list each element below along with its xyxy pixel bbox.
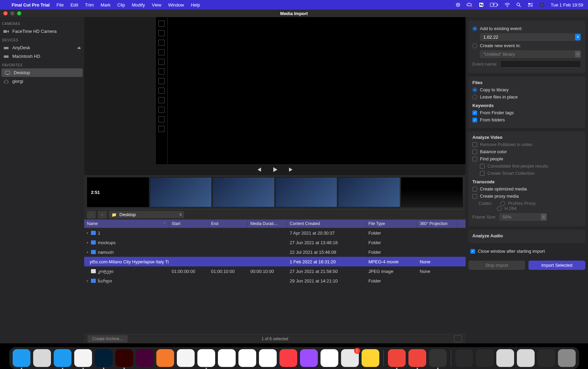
create-archive-button[interactable]: Create Archive...: [88, 335, 128, 343]
checkbox-remove-pulldown[interactable]: [472, 142, 477, 147]
dock-app-maps[interactable]: [238, 349, 256, 367]
radio-h264[interactable]: [497, 206, 502, 211]
dock-app-notes-pen[interactable]: [177, 349, 195, 367]
app-name[interactable]: Final Cut Pro Trial: [12, 2, 50, 8]
disclosure-icon[interactable]: ▸: [87, 231, 90, 235]
sidebar-item-macintosh-hd[interactable]: Macintosh HD: [0, 52, 84, 61]
checkbox-optimized[interactable]: [472, 187, 477, 192]
history-forward-button[interactable]: ›: [98, 211, 107, 219]
wifi-icon[interactable]: [504, 2, 510, 7]
dock-app-finder[interactable]: [13, 349, 30, 367]
menu-file[interactable]: File: [56, 2, 64, 8]
checkbox-consolidate[interactable]: [480, 164, 485, 169]
spotlight-icon[interactable]: [516, 2, 522, 7]
preview-canvas[interactable]: [168, 17, 466, 164]
dock-app-music[interactable]: [279, 349, 297, 367]
dock-app-fcp[interactable]: [429, 349, 447, 367]
dock-app-launchpad[interactable]: [33, 349, 51, 367]
dock-app-notes[interactable]: [362, 349, 379, 367]
dock-app-folder1[interactable]: [455, 349, 473, 367]
history-back-button[interactable]: ‹: [87, 211, 96, 219]
dock-app-folder5[interactable]: [537, 349, 555, 367]
checkbox-finder-tags[interactable]: ✓: [472, 110, 477, 115]
filmstrip[interactable]: 2:51: [84, 175, 466, 209]
dock-app-photoshop[interactable]: [95, 349, 113, 367]
menu-modify[interactable]: Modify: [132, 2, 145, 8]
table-row[interactable]: ▸ნარდი29 Jun 2021 at 14:21:10Folder: [84, 276, 466, 286]
dock-app-chrome[interactable]: [74, 349, 92, 367]
checkbox-proxy[interactable]: [472, 194, 477, 199]
menu-help[interactable]: Help: [191, 2, 200, 8]
table-row[interactable]: კოტეჯი01:00:00:0001:00:10:0000:00:10:002…: [84, 266, 466, 276]
dock-app-folder3[interactable]: [496, 349, 514, 367]
thumbnail-column[interactable]: [155, 17, 168, 164]
column-file-type[interactable]: File Type: [366, 220, 417, 228]
column-start[interactable]: Start: [169, 220, 208, 228]
stop-import-button[interactable]: Stop Import: [468, 261, 525, 270]
column-content-created[interactable]: Content Created: [287, 220, 366, 228]
column-name[interactable]: Name⌃: [84, 220, 169, 228]
column-projection[interactable]: 360° Projection: [417, 220, 457, 228]
checkbox-find-people[interactable]: [472, 157, 477, 161]
menu-clip[interactable]: Clip: [117, 2, 125, 8]
menu-trim[interactable]: Trim: [85, 2, 94, 8]
dock-app-podcasts[interactable]: [300, 349, 318, 367]
table-row[interactable]: ▸namush22 Jul 2021 at 15:46:08Folder: [84, 247, 466, 257]
library-select[interactable]: "Untitled" library⇅: [480, 50, 581, 58]
sidebar-item-facetime[interactable]: FaceTime HD Camera: [0, 27, 84, 36]
dock-app-blender[interactable]: [156, 349, 174, 367]
notion-icon[interactable]: [478, 2, 484, 7]
dock-app-folder4[interactable]: [517, 349, 535, 367]
dock-app-numbers[interactable]: [321, 349, 338, 367]
disclosure-icon[interactable]: ▸: [87, 250, 90, 254]
radio-create-new[interactable]: [472, 43, 477, 48]
next-clip-button[interactable]: [288, 167, 295, 173]
dock-app-trash[interactable]: [558, 349, 576, 367]
dock-app-illustrator[interactable]: [115, 349, 133, 367]
menu-edit[interactable]: Edit: [70, 2, 78, 8]
control-center-icon[interactable]: [527, 2, 534, 7]
dock-app-safari[interactable]: [54, 349, 71, 367]
table-row[interactable]: ▸17 Apr 2021 at 20:30:37Folder: [84, 228, 466, 238]
dock-app-folder2[interactable]: [476, 349, 494, 367]
existing-event-select[interactable]: 1.02.22⇅: [480, 33, 581, 41]
screen-record-icon[interactable]: [455, 2, 461, 7]
radio-leave-in-place[interactable]: [472, 95, 477, 100]
menu-window[interactable]: Window: [168, 2, 184, 8]
dock-app-xd[interactable]: [136, 349, 154, 367]
disclosure-icon[interactable]: ▸: [87, 241, 90, 244]
sidebar-item-desktop[interactable]: Desktop: [1, 68, 83, 77]
dock-app-photos[interactable]: [259, 349, 277, 367]
table-row[interactable]: ▸mockups27 Jun 2021 at 13:48:18Folder: [84, 238, 466, 247]
dock-app-mail[interactable]: [218, 349, 236, 367]
column-end[interactable]: End: [208, 220, 248, 228]
frame-size-select[interactable]: 50%⇅: [499, 213, 547, 221]
sidebar-item-anydesk[interactable]: AnyDesk ⏏: [0, 43, 84, 52]
dock-app-settings[interactable]: 1: [341, 349, 359, 367]
disclosure-icon[interactable]: ▸: [87, 279, 90, 282]
column-duration[interactable]: Media Durati…: [248, 220, 287, 228]
sidebar-item-home[interactable]: giorgi: [0, 77, 84, 85]
radio-add-existing[interactable]: [472, 26, 477, 31]
radio-prores[interactable]: [500, 201, 505, 206]
dock-app-anydesk1[interactable]: [388, 349, 406, 367]
siri-icon[interactable]: [539, 2, 545, 7]
menu-view[interactable]: View: [152, 2, 161, 8]
event-name-input[interactable]: [500, 60, 581, 68]
checkbox-from-folders[interactable]: ✓: [472, 118, 477, 122]
dock-app-anydesk2[interactable]: [408, 349, 426, 367]
import-selected-button[interactable]: Import Selected: [528, 261, 585, 270]
eject-icon[interactable]: ⏏: [77, 45, 81, 50]
dock-app-messenger[interactable]: [197, 349, 215, 367]
menubar-clock[interactable]: Tue 1 Feb 19:59: [551, 2, 583, 8]
prev-clip-button[interactable]: [256, 167, 262, 173]
creative-cloud-icon[interactable]: [467, 2, 473, 7]
radio-copy-library[interactable]: [472, 88, 477, 92]
battery-icon[interactable]: [490, 2, 499, 7]
checkbox-smart-collection[interactable]: [480, 171, 485, 176]
table-row[interactable]: yt5s.com-Milano City Hyperlapse Italy Ti…: [84, 257, 466, 266]
checkbox-balance-color[interactable]: [472, 149, 477, 154]
checkbox-close-after-import[interactable]: ✓: [470, 249, 475, 254]
location-dropdown[interactable]: 📁 Desktop ⇅: [109, 211, 184, 218]
view-mode-button[interactable]: [454, 335, 462, 342]
